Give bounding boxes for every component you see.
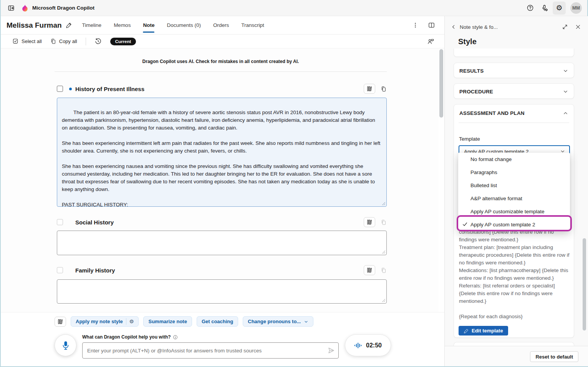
- patient-name: Melissa Furman: [7, 21, 62, 30]
- hpi-books-icon[interactable]: [364, 84, 375, 94]
- option-apply-ap-customizable-template[interactable]: Apply AP customizable template: [458, 205, 570, 218]
- section-header-family: Family History: [57, 265, 387, 275]
- summarize-note-button[interactable]: Summarize note: [143, 316, 192, 327]
- accordion-procedure-header[interactable]: PROCEDURE: [454, 84, 574, 99]
- hpi-text-field[interactable]: The patient is an 80-year-old female wit…: [57, 98, 387, 207]
- app-window: Microsoft Dragon Copilot ⚙ MM Melissa Fu…: [0, 0, 588, 367]
- note-style-panel: Note style & fo... Style RESULTS PROCEDU…: [444, 16, 588, 366]
- send-prompt-icon[interactable]: [327, 347, 335, 354]
- dragon-copilot-logo-icon: [22, 4, 28, 12]
- accordion-results: RESULTS: [454, 63, 574, 78]
- chevron-up-icon: [563, 110, 568, 116]
- family-checkbox[interactable]: [57, 267, 63, 273]
- ai-disclaimer: Dragon Copilot uses AI. Check for mistak…: [55, 59, 387, 64]
- note-toolbar: Select all Copy all Current: [1, 35, 444, 48]
- card-divider: [459, 123, 569, 123]
- accordion-results-header[interactable]: RESULTS: [454, 63, 574, 78]
- resize-handle-icon[interactable]: [382, 299, 386, 302]
- mic-settings-icon[interactable]: [538, 2, 551, 15]
- resize-handle-icon[interactable]: [382, 250, 386, 254]
- tab-note[interactable]: Note: [143, 16, 154, 34]
- option-no-format-change[interactable]: No format change: [458, 153, 570, 166]
- main-scrollbar-thumb[interactable]: [439, 49, 443, 118]
- note-document: Dragon Copilot uses AI. Check for mistak…: [1, 48, 439, 312]
- note-style-books-icon[interactable]: [55, 317, 66, 327]
- accordion-assessment-header[interactable]: ASSESSMENT AND PLAN: [454, 105, 574, 121]
- expand-panel-icon[interactable]: [562, 24, 568, 30]
- split-view-icon[interactable]: [428, 22, 435, 29]
- tab-timeline[interactable]: Timeline: [82, 16, 102, 34]
- hpi-checkbox[interactable]: [57, 86, 63, 92]
- patient-header: Melissa Furman Timeline Memos Note Docum…: [1, 16, 444, 35]
- chevron-down-icon: [563, 89, 568, 95]
- social-books-icon[interactable]: [364, 217, 375, 227]
- microphone-icon: [61, 340, 70, 350]
- family-books-icon[interactable]: [364, 265, 375, 275]
- social-text-field[interactable]: [57, 231, 387, 255]
- prompt-input[interactable]: [82, 342, 339, 359]
- template-dropdown-menu: No format change Paragraphs Bulleted lis…: [458, 153, 570, 231]
- back-chevron-icon[interactable]: [451, 24, 456, 30]
- tab-orders[interactable]: Orders: [213, 16, 229, 34]
- chevron-down-icon: [563, 68, 568, 74]
- panel-footer: Reset to default: [445, 346, 588, 366]
- settings-gear-icon[interactable]: ⚙: [553, 2, 566, 15]
- section-title-hpi: History of Present Illness: [75, 86, 144, 92]
- section-title-social: Social History: [75, 219, 114, 226]
- social-checkbox[interactable]: [57, 219, 63, 225]
- recording-timer-button[interactable]: 02:50: [345, 334, 391, 356]
- hpi-unsaved-dot: [69, 88, 72, 90]
- section-title-family: Family History: [75, 267, 115, 274]
- accordion-card-partial: [454, 48, 574, 57]
- waveform-icon: [354, 342, 363, 349]
- option-apply-ap-custom-template-2[interactable]: Apply AP custom template 2: [458, 218, 570, 231]
- edit-patient-icon[interactable]: [66, 22, 72, 28]
- tab-documents[interactable]: Documents (0): [167, 16, 201, 34]
- select-all-button[interactable]: Select all: [12, 38, 42, 45]
- feedback-persona-icon[interactable]: [427, 38, 434, 45]
- get-coaching-button[interactable]: Get coaching: [197, 316, 238, 327]
- option-ap-alternative-format[interactable]: A&P alternative format: [458, 192, 570, 205]
- main-content: Melissa Furman Timeline Memos Note Docum…: [1, 16, 444, 366]
- option-paragraphs[interactable]: Paragraphs: [458, 166, 570, 179]
- tab-memos[interactable]: Memos: [114, 16, 131, 34]
- patient-tabs: Timeline Memos Note Documents (0) Orders…: [82, 16, 264, 34]
- resize-handle-icon[interactable]: [382, 202, 386, 206]
- user-avatar[interactable]: MM: [570, 2, 582, 14]
- panel-title: Note style & fo...: [460, 24, 498, 30]
- edit-template-button[interactable]: Edit template: [459, 326, 508, 335]
- tab-transcript[interactable]: Transcript: [241, 16, 264, 34]
- more-options-icon[interactable]: [412, 22, 419, 28]
- help-icon[interactable]: [523, 2, 537, 15]
- template-label: Template: [459, 136, 480, 142]
- dictation-mic-button[interactable]: [55, 334, 76, 356]
- open-side-panel-icon[interactable]: [6, 3, 16, 13]
- top-app-bar: Microsoft Dragon Copilot ⚙ MM: [1, 0, 587, 16]
- disclaimer-divider: [55, 71, 387, 72]
- copy-all-button[interactable]: Copy all: [50, 38, 77, 45]
- hpi-copy-icon[interactable]: [381, 86, 387, 92]
- app-title: Microsoft Dragon Copilot: [32, 5, 94, 11]
- note-style-settings-icon[interactable]: ⚙: [129, 319, 134, 324]
- toolbar-divider: [86, 38, 86, 45]
- family-text-field[interactable]: [57, 279, 387, 304]
- hpi-text: The patient is an 80-year-old female wit…: [62, 110, 382, 207]
- info-icon: [173, 335, 178, 340]
- reset-to-default-button[interactable]: Reset to default: [530, 351, 578, 362]
- panel-scrollbar-thumb[interactable]: [583, 238, 586, 330]
- family-copy-icon[interactable]: [381, 267, 387, 274]
- close-panel-icon[interactable]: [575, 24, 581, 30]
- select-all-checkbox-icon: [12, 38, 19, 45]
- checkmark-icon: [462, 221, 468, 227]
- copy-icon: [50, 38, 56, 45]
- recording-timer: 02:50: [366, 342, 382, 349]
- note-history-icon[interactable]: [94, 38, 102, 45]
- change-pronouns-button[interactable]: Change pronouns to...: [243, 316, 313, 327]
- apply-note-style-button[interactable]: Apply my note style ⚙: [71, 316, 139, 327]
- social-copy-icon[interactable]: [381, 219, 387, 226]
- option-bulleted-list[interactable]: Bulleted list: [458, 179, 570, 192]
- pencil-icon: [464, 328, 469, 334]
- current-version-badge[interactable]: Current: [110, 38, 136, 45]
- panel-header: Note style & fo...: [445, 20, 588, 34]
- copilot-command-bar: Apply my note style ⚙ Summarize note Get…: [1, 312, 444, 366]
